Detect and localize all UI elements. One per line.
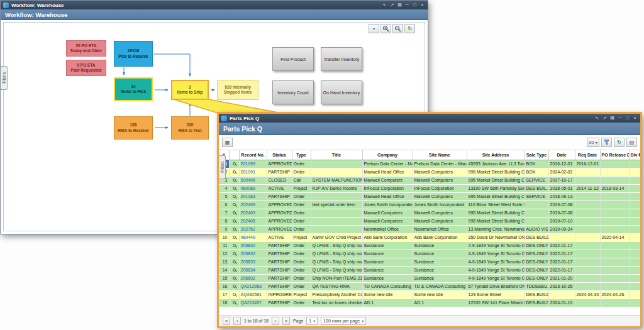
magnifier-icon[interactable] [233,268,236,272]
column-header[interactable]: Site Address [467,150,525,160]
table-row[interactable]: 15205692PARTSHIPOrderShip NON-Part ITEMS… [219,274,640,282]
refresh-button[interactable]: ↻ [404,24,415,33]
maximize-icon[interactable]: □ [625,115,630,121]
row-search-cell[interactable] [229,274,239,282]
popout-icon[interactable]: ↗ [602,115,608,121]
table-row[interactable]: 17AQ482581INPROGRESSProjectPresumptively… [219,290,640,299]
record-link[interactable]: 202409 [239,201,267,209]
record-link[interactable]: AQ482581 [239,290,267,299]
record-link[interactable]: 201099 [239,160,267,168]
column-header[interactable]: Status [267,150,292,160]
row-search-cell[interactable] [229,266,239,274]
row-search-cell[interactable] [229,299,239,307]
magnifier-icon[interactable] [233,203,236,206]
row-number[interactable]: 17 [219,290,229,299]
record-link[interactable]: 205692 [239,274,267,282]
table-row[interactable]: 6202409APPROVEDOrdertest special order i… [219,201,640,209]
next-page-button[interactable]: › [272,317,279,325]
record-link[interactable]: 202409 [239,209,267,217]
row-search-cell[interactable] [229,282,239,290]
row-number[interactable]: 16 [219,282,229,290]
magnifier-icon[interactable] [233,170,236,173]
magnifier-icon[interactable] [233,293,236,296]
table-row[interactable]: 13205833PARTSHIPOrderQ LFMS - Ship Q shi… [219,258,640,266]
row-number[interactable]: 12 [219,250,229,258]
column-header[interactable]: Company [362,150,413,160]
node-rma-to-receive[interactable]: 188 RMA to Receive [114,116,153,140]
record-link[interactable]: 201283 [239,192,267,201]
transfer-inventory-button[interactable]: Transfer Inventory [321,47,362,71]
node-po-eta-past[interactable]: 9 PO ETA Past Requested [66,60,106,76]
page-size-button[interactable]: 10 ▾ [587,138,599,147]
column-header[interactable]: Title [311,150,362,160]
column-header[interactable]: PO Release Date [600,150,629,160]
minimize-icon[interactable]: ─ [617,115,623,121]
row-number[interactable]: 4 [219,184,229,192]
table-row[interactable]: 12205832PARTSHIPOrderQ LFMS - Ship Q shi… [219,250,640,258]
column-header[interactable]: Sale Type [525,150,548,160]
row-number[interactable]: 13 [219,258,229,266]
magnifier-icon[interactable] [233,228,236,231]
row-search-cell[interactable] [229,192,239,201]
table-row[interactable]: 7202409APPROVEDOrderMaxwell ComputersMax… [219,209,640,217]
row-number[interactable]: 7 [219,209,229,217]
row-search-cell[interactable] [229,241,239,250]
magnifier-icon[interactable] [233,285,236,288]
row-number[interactable]: 5 [219,192,229,201]
popout-icon[interactable]: ↗ [389,2,395,8]
record-link[interactable]: 205834 [239,266,267,274]
table-row[interactable]: 14205834PARTSHIPOrderQ LFMS - Ship Q shi… [219,266,640,274]
row-number[interactable]: 18 [219,299,229,307]
close-icon[interactable]: × [632,115,638,121]
magnifier-icon[interactable] [233,187,236,190]
record-link[interactable]: 500496 [239,176,267,184]
magnifier-icon[interactable] [233,211,236,214]
prev-page-button[interactable]: ‹ [233,317,241,325]
on-hand-inventory-button[interactable]: On Hand Inventory [321,80,362,104]
record-link[interactable]: 205832 [239,250,267,258]
row-search-cell[interactable] [229,160,239,168]
row-number[interactable]: 6 [219,201,229,209]
magnifier-icon[interactable] [233,260,236,263]
node-pos-to-receive[interactable]: 19108 POs to Receive [114,41,153,67]
table-row[interactable]: 5201283PARTSHIPOrderMaxwell Head OfficeM… [219,192,640,201]
maximize-icon[interactable]: □ [412,2,418,8]
zoom-in-button[interactable] [380,24,391,33]
inventory-count-button[interactable]: Inventory Count [272,80,314,104]
zoom-out-button[interactable] [392,24,403,33]
view-dropdown-button[interactable]: ▾ [369,24,379,33]
row-number[interactable]: 9 [219,225,229,233]
table-row[interactable]: 1201099APPROVEDOrderPrelson Data Center … [219,160,640,168]
row-search-cell[interactable] [229,250,239,258]
row-search-cell[interactable] [229,201,239,209]
window-menu-icon[interactable]: ▤ [397,2,402,8]
column-header[interactable] [229,150,239,160]
filters-tab[interactable]: Filters [219,155,226,179]
row-search-cell[interactable] [229,209,239,217]
table-row[interactable]: 16QA212983PARTSHIPOrderQA TESTING RMATD … [219,282,640,290]
magnifier-icon[interactable] [233,277,236,280]
row-search-cell[interactable] [229,168,239,176]
close-icon[interactable]: × [419,2,425,8]
record-link[interactable]: QA213457 [239,299,267,307]
row-search-cell[interactable] [229,184,239,192]
column-header[interactable]: Type [292,150,311,160]
row-search-cell[interactable] [229,233,239,241]
minimize-icon[interactable]: ─ [404,2,410,8]
row-search-cell[interactable] [229,258,239,266]
filter-button[interactable] [601,138,612,147]
node-rma-to-test[interactable]: 330 RMA to Test [171,116,209,140]
node-internally-shipped[interactable]: 828 Internally Shipped Items [217,80,258,100]
columns-button[interactable]: ▤ [626,138,637,147]
table-row[interactable]: 4480089ACTIVEProjectRJP A/V Demo RoomsIn… [219,184,640,192]
magnifier-icon[interactable] [233,236,236,239]
table-row[interactable]: 3500496CLOSEDCallSYSTEM MALFUNCTIONMaxwe… [219,176,640,184]
page-number-select[interactable]: 1 ▾ [306,317,318,325]
row-number[interactable]: 11 [219,241,229,250]
record-link[interactable]: 205833 [239,258,267,266]
column-header[interactable]: Dlv Meth [629,150,640,160]
table-row[interactable]: 9202752APPROVEDOrderNewmarket OfficeNewm… [219,225,640,233]
node-po-eta-today[interactable]: 59 PO ETA Today and Older [66,40,106,57]
table-row[interactable]: 2201091PARTSHIPOrderMaxwell Head OfficeM… [219,168,640,176]
node-items-to-pick[interactable]: 34 Items to Pick [114,77,153,101]
